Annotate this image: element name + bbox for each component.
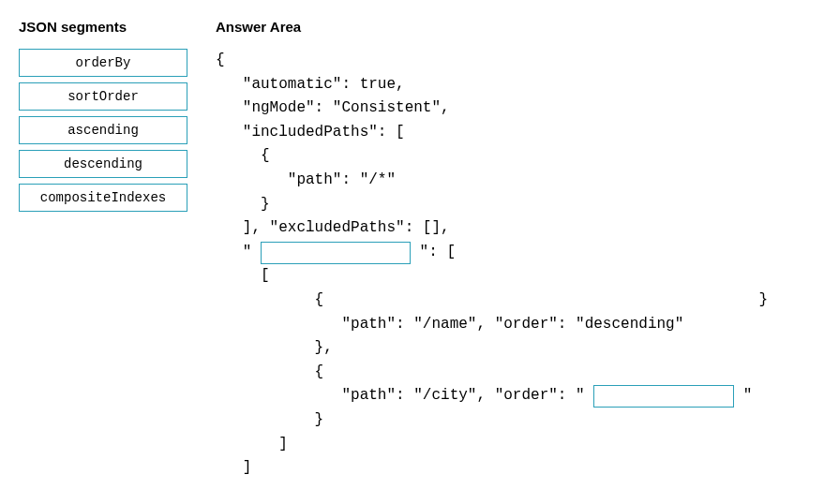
code-line: { } [216, 289, 805, 313]
code-line: }, [216, 336, 805, 361]
code-line: [ [216, 264, 805, 289]
code-line: "path": "/*" [216, 169, 805, 193]
code-block: { "automatic": true, "ngMode": "Consiste… [216, 49, 805, 481]
segment-descending[interactable]: descending [19, 150, 187, 178]
code-line: { [216, 49, 805, 73]
code-text: "path": "/city", "order": " [216, 384, 593, 408]
answer-heading: Answer Area [216, 19, 805, 35]
code-line: "path": "/name", "order": "descending" [216, 313, 805, 337]
code-line: ], "excludedPaths": [], [216, 216, 805, 241]
code-text: } [758, 289, 768, 313]
segment-sortorder[interactable]: sortOrder [19, 82, 187, 111]
code-line: { [216, 361, 805, 385]
code-line: } [216, 408, 805, 433]
code-line: "automatic": true, [216, 73, 805, 97]
segment-compositeindexes[interactable]: compositeIndexes [19, 184, 187, 212]
code-text: " [216, 241, 261, 265]
code-line: "ngMode": "Consistent", [216, 96, 805, 121]
code-line: { [216, 144, 805, 169]
code-text: " [734, 384, 752, 408]
code-line: ] [216, 433, 805, 457]
code-line-drop-2: "path": "/city", "order": " " [216, 384, 805, 408]
drop-target-1[interactable] [261, 242, 411, 264]
code-text: { [216, 289, 323, 313]
answer-area-panel: Answer Area { "automatic": true, "ngMode… [216, 19, 805, 481]
segment-ascending[interactable]: ascending [19, 116, 187, 144]
code-text: ": [ [411, 241, 456, 265]
json-segments-panel: JSON segments orderBy sortOrder ascendin… [19, 19, 187, 481]
segment-orderby[interactable]: orderBy [19, 49, 187, 77]
code-line-drop-1: " ": [ [216, 241, 805, 265]
segments-heading: JSON segments [19, 19, 187, 35]
code-line: ] [216, 456, 805, 481]
drop-target-2[interactable] [593, 385, 734, 408]
code-line: } [216, 193, 805, 217]
code-line: "includedPaths": [ [216, 121, 805, 145]
